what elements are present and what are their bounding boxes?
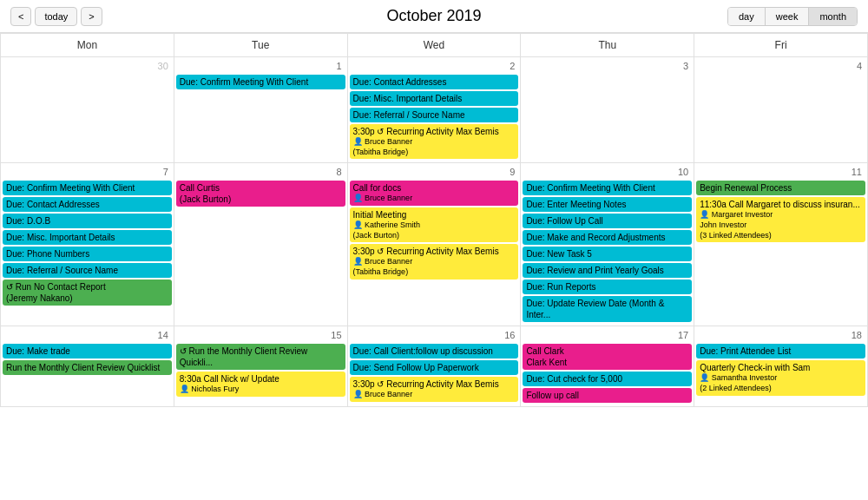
event[interactable]: Due: Make trade xyxy=(3,344,172,359)
calendar-header: < today > October 2019 day week month xyxy=(0,0,868,33)
day-number: 17 xyxy=(523,328,692,342)
day-cell[interactable]: 8Call Curtis(Jack Burton) xyxy=(174,163,347,326)
event[interactable]: Due: Phone Numbers xyxy=(3,247,172,261)
prev-button[interactable]: < xyxy=(10,7,31,26)
day-number: 4 xyxy=(696,59,865,73)
day-number: 2 xyxy=(350,59,519,73)
col-header-fri: Fri xyxy=(694,34,868,57)
event[interactable]: Begin Renewal Process xyxy=(696,181,865,195)
event[interactable]: Call for docs👤 Bruce Banner xyxy=(350,181,519,206)
event[interactable]: Due: Confirm Meeting With Client xyxy=(176,75,345,89)
event[interactable]: 3:30p ↺ Recurring Activity Max Bemis👤 Br… xyxy=(350,377,519,402)
col-header-wed: Wed xyxy=(347,34,521,57)
day-cell[interactable]: 14Due: Make tradeRun the Monthly Client … xyxy=(1,326,174,407)
col-header-thu: Thu xyxy=(521,34,694,57)
day-view-button[interactable]: day xyxy=(728,8,766,25)
event[interactable]: Due: New Task 5 xyxy=(523,247,692,261)
day-cell[interactable]: 17Call ClarkClark KentDue: Cut check for… xyxy=(521,326,694,407)
event[interactable]: Due: Run Reports xyxy=(523,280,692,294)
event[interactable]: Due: Cut check for 5,000 xyxy=(523,372,692,386)
event[interactable]: Due: Review and Print Yearly Goals xyxy=(523,263,692,278)
event[interactable]: 3:30p ↺ Recurring Activity Max Bemis👤 Br… xyxy=(350,244,519,279)
event[interactable]: Due: Contact Addresses xyxy=(350,75,519,89)
day-cell[interactable]: 9Call for docs👤 Bruce BannerInitial Meet… xyxy=(347,163,521,326)
event[interactable]: 11:30a Call Margaret to discuss insuran.… xyxy=(696,197,865,242)
day-cell[interactable]: 7Due: Confirm Meeting With ClientDue: Co… xyxy=(1,163,174,326)
event[interactable]: Due: Misc. Important Details xyxy=(3,230,172,245)
event[interactable]: 8:30a Call Nick w/ Update👤 Nicholas Fury xyxy=(176,372,345,397)
event[interactable]: Due: Update Review Date (Month & Inter..… xyxy=(523,296,692,322)
event[interactable]: Call Curtis(Jack Burton) xyxy=(176,181,345,207)
event[interactable]: Due: D.O.B xyxy=(3,214,172,228)
event[interactable]: Due: Print Attendee List xyxy=(696,344,865,359)
day-cell[interactable]: 18Due: Print Attendee ListQuarterly Chec… xyxy=(694,326,868,407)
view-switcher: day week month xyxy=(727,7,858,26)
event[interactable]: ↺ Run the Monthly Client Review Quickli.… xyxy=(176,344,345,370)
day-cell[interactable]: 1Due: Confirm Meeting With Client xyxy=(174,57,347,163)
event[interactable]: Due: Confirm Meeting With Client xyxy=(523,181,692,195)
month-title: October 2019 xyxy=(386,7,481,25)
event[interactable]: Due: Enter Meeting Notes xyxy=(523,197,692,212)
day-number: 30 xyxy=(3,59,172,73)
calendar-grid: Mon Tue Wed Thu Fri 301Due: Confirm Meet… xyxy=(0,33,868,407)
day-number: 7 xyxy=(3,165,172,179)
next-button[interactable]: > xyxy=(81,7,102,26)
day-number: 11 xyxy=(696,165,865,179)
event[interactable]: Quarterly Check-in with Sam👤 Samantha In… xyxy=(696,360,865,395)
day-number: 14 xyxy=(3,328,172,342)
event[interactable]: Initial Meeting👤 Katherine Smith(Jack Bu… xyxy=(350,207,519,242)
day-number: 1 xyxy=(176,59,345,73)
event[interactable]: Due: Contact Addresses xyxy=(3,197,172,212)
event[interactable]: Due: Referral / Source Name xyxy=(350,108,519,122)
day-number: 18 xyxy=(696,328,865,342)
event[interactable]: Due: Call Client:follow up discussion xyxy=(350,344,519,359)
event[interactable]: Follow up call xyxy=(523,388,692,403)
day-cell[interactable]: 10Due: Confirm Meeting With ClientDue: E… xyxy=(521,163,694,326)
event[interactable]: 3:30p ↺ Recurring Activity Max Bemis👤 Br… xyxy=(350,124,519,159)
today-button[interactable]: today xyxy=(35,7,77,26)
event[interactable]: Due: Make and Record Adjustments xyxy=(523,230,692,245)
day-number: 16 xyxy=(350,328,519,342)
day-number: 9 xyxy=(350,165,519,179)
event[interactable]: Run the Monthly Client Review Quicklist xyxy=(3,360,172,375)
event[interactable]: Due: Follow Up Call xyxy=(523,214,692,228)
week-view-button[interactable]: week xyxy=(766,8,810,25)
day-cell[interactable]: 30 xyxy=(1,57,174,163)
day-number: 8 xyxy=(176,165,345,179)
event[interactable]: Due: Send Follow Up Paperwork xyxy=(350,360,519,375)
month-view-button[interactable]: month xyxy=(809,8,857,25)
day-number: 3 xyxy=(523,59,692,73)
day-cell[interactable]: 16Due: Call Client:follow up discussionD… xyxy=(347,326,521,407)
day-cell[interactable]: 3 xyxy=(521,57,694,163)
col-header-mon: Mon xyxy=(1,34,174,57)
event[interactable]: Due: Referral / Source Name xyxy=(3,263,172,278)
event[interactable]: Call ClarkClark Kent xyxy=(523,344,692,370)
day-number: 10 xyxy=(523,165,692,179)
day-number: 15 xyxy=(176,328,345,342)
day-cell[interactable]: 11Begin Renewal Process11:30a Call Marga… xyxy=(694,163,868,326)
day-cell[interactable]: 15↺ Run the Monthly Client Review Quickl… xyxy=(174,326,347,407)
event[interactable]: Due: Misc. Important Details xyxy=(350,91,519,106)
day-cell[interactable]: 2Due: Contact AddressesDue: Misc. Import… xyxy=(347,57,521,163)
event[interactable]: Due: Confirm Meeting With Client xyxy=(3,181,172,195)
col-header-tue: Tue xyxy=(174,34,347,57)
day-cell[interactable]: 4 xyxy=(694,57,868,163)
event[interactable]: ↺ Run No Contact Report(Jeremy Nakano) xyxy=(3,280,172,306)
